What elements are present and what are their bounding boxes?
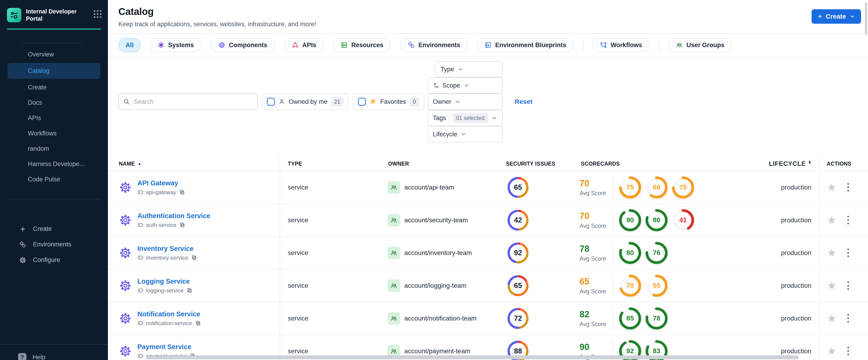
scorecard-ring[interactable]: 80 [645, 209, 668, 231]
tab-all[interactable]: All [118, 38, 141, 52]
security-issues-donut[interactable]: 65 [507, 177, 529, 198]
entity-name-link[interactable]: Logging Service [137, 277, 193, 285]
sidebar-item-apis[interactable]: APIs [0, 110, 108, 126]
security-issues-cell: 65 [497, 177, 570, 198]
sidebar-help[interactable]: ? Help [0, 344, 108, 360]
favorite-star-icon[interactable]: ★ [827, 346, 837, 357]
scorecard-ring[interactable]: 75 [619, 176, 641, 199]
horizontal-scrollbar-thumb[interactable] [146, 355, 799, 359]
favorite-star-icon[interactable]: ★ [827, 247, 837, 259]
owner-cell: account/api-team [384, 181, 497, 194]
favorites-filter[interactable]: ★ Favorites 0 [353, 94, 424, 110]
copy-icon[interactable] [179, 189, 185, 195]
app-switcher-icon[interactable] [94, 10, 101, 18]
component-gear-icon [119, 246, 132, 260]
filter-dropdown-scope[interactable]: Scope [428, 77, 503, 94]
column-header-scorecards: SCORECARDS [570, 161, 753, 167]
copy-icon[interactable] [179, 222, 185, 228]
kebab-menu-icon[interactable] [846, 312, 850, 324]
entity-name-link[interactable]: Authentication Service [137, 212, 210, 220]
scorecard-ring[interactable]: 41 [672, 209, 694, 231]
tab-user-groups[interactable]: User Groups [668, 38, 732, 52]
sidebar-item-label: Environments [33, 241, 71, 248]
favorite-star-icon[interactable]: ★ [827, 182, 837, 193]
kebab-menu-icon[interactable] [846, 214, 850, 226]
tab-systems[interactable]: Systems [150, 38, 202, 52]
sidebar-item-docs[interactable]: Docs [0, 95, 108, 110]
table-header: NAME ▲ TYPE OWNER SECURITY ISSUES SCOREC… [108, 157, 868, 171]
type-cell: service [280, 348, 384, 355]
entity-name-link[interactable]: API Gateway [137, 179, 185, 187]
sidebar-item-environments[interactable]: Environments [0, 237, 108, 252]
scorecard-ring[interactable]: 90 [619, 209, 641, 231]
scorecard-ring[interactable]: 75 [672, 176, 694, 199]
tab-resources[interactable]: Resources [333, 38, 391, 52]
dropdown-label: Tags [433, 115, 446, 122]
sidebar-item-create[interactable]: Create [0, 80, 108, 95]
favorite-star-icon[interactable]: ★ [827, 280, 837, 291]
sidebar-item-label: Configure [33, 257, 60, 264]
owner-name: account/notification-team [404, 315, 476, 322]
create-button[interactable]: + Create [812, 9, 861, 24]
tab-environment-blueprints[interactable]: Environment Blueprints [477, 38, 574, 52]
filter-dropdown-tags[interactable]: Tags01 selected [428, 110, 503, 126]
chevron-down-icon [460, 131, 467, 138]
security-issues-donut[interactable]: 42 [507, 210, 529, 231]
scorecard-ring[interactable]: 76 [645, 242, 668, 264]
column-header-name[interactable]: NAME ▲ [108, 157, 280, 171]
entity-name-link[interactable]: Inventory Service [137, 245, 197, 252]
filter-dropdown-type[interactable]: Type [435, 61, 503, 77]
brand: Internal Developer Portal [0, 0, 108, 22]
logo-glyph [9, 10, 19, 20]
owned-by-me-filter[interactable]: Owned by me 21 [262, 94, 349, 110]
scorecard-ring[interactable]: 60 [645, 176, 668, 199]
sidebar-item-overview[interactable]: Overview [0, 47, 108, 62]
kebab-menu-icon[interactable] [846, 280, 850, 291]
tab-components[interactable]: Components [211, 38, 275, 52]
sidebar-item-random[interactable]: random [0, 141, 108, 156]
kebab-menu-icon[interactable] [846, 182, 850, 193]
kebab-menu-icon[interactable] [846, 346, 850, 357]
sidebar-item-create[interactable]: +Create [0, 221, 108, 237]
copy-icon[interactable] [186, 287, 193, 294]
scorecard-ring[interactable]: 70 [619, 274, 641, 297]
favorite-star-icon[interactable]: ★ [827, 313, 837, 324]
security-issues-donut[interactable]: 72 [507, 308, 529, 329]
vertical-scrollbar-thumb[interactable] [865, 2, 867, 35]
search-box[interactable] [118, 94, 258, 110]
tab-environments[interactable]: Environments [400, 38, 468, 52]
copy-icon[interactable] [191, 254, 197, 261]
security-issues-donut[interactable]: 92 [507, 242, 529, 264]
sidebar-item-workflows[interactable]: Workflows [0, 126, 108, 141]
scorecard-ring[interactable]: 78 [645, 307, 668, 330]
copy-icon[interactable] [195, 320, 201, 326]
entity-name-link[interactable]: Notification Service [137, 310, 201, 318]
favorite-star-icon[interactable]: ★ [827, 215, 837, 226]
sidebar-item-catalog[interactable]: Catalog [8, 63, 100, 79]
tab-apis[interactable]: APIs [284, 38, 324, 52]
table-row: Logging Service ID: logging-service serv… [108, 269, 868, 302]
search-input[interactable] [133, 98, 253, 106]
security-issues-donut[interactable]: 65 [507, 275, 529, 296]
sidebar-item-configure[interactable]: Configure [0, 252, 108, 268]
scorecard-ring[interactable]: 55 [645, 274, 668, 297]
filter-dropdown-owner[interactable]: Owner [428, 94, 503, 110]
column-header-lifecycle[interactable]: LIFECYCLE ▲▼ [753, 160, 819, 168]
name-cell: Notification Service ID: notification-se… [108, 302, 280, 334]
owned-by-me-checkbox[interactable] [267, 98, 275, 106]
lifecycle-cell: production [753, 348, 819, 355]
favorites-checkbox[interactable] [358, 98, 366, 106]
tab-label: Systems [168, 41, 194, 49]
tab-workflows[interactable]: Workflows [592, 38, 650, 52]
filter-dropdown-lifecycle[interactable]: Lifecycle [428, 126, 503, 142]
asterisk-icon [157, 41, 165, 49]
sidebar-item-harness-develope[interactable]: Harness Develope... [0, 156, 108, 172]
kebab-menu-icon[interactable] [846, 247, 850, 259]
actions-cell: ★ [819, 171, 865, 204]
sidebar-item-code-pulse[interactable]: Code Pulse [0, 172, 108, 187]
scorecard-ring[interactable]: 80 [619, 242, 641, 264]
scorecard-ring[interactable]: 85 [619, 307, 641, 330]
entity-name-link[interactable]: Payment Service [137, 343, 196, 351]
owner-cell: account/logging-team [384, 279, 497, 292]
reset-filters-link[interactable]: Reset [515, 98, 532, 106]
